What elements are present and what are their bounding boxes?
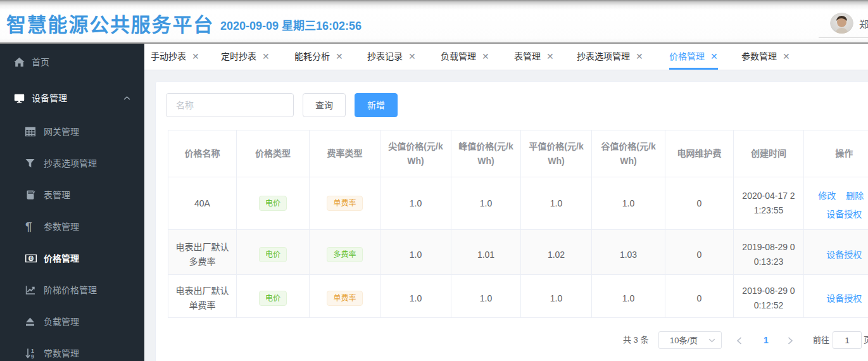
- svg-text:9: 9: [31, 353, 34, 359]
- svg-text:0: 0: [30, 255, 33, 262]
